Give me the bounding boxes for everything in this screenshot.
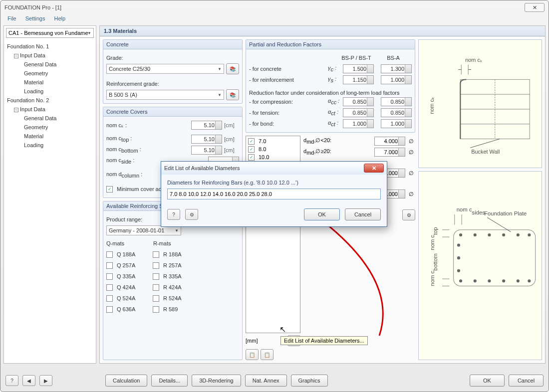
- bucket-wall-diagram: nom cₖ nom cₖ Bucket Wall: [418, 39, 542, 168]
- tooltip: Edit List of Available Diameters...: [280, 336, 368, 345]
- min-cover-checkbox[interactable]: ✓: [106, 186, 113, 193]
- svg-point-14: [528, 233, 531, 236]
- svg-point-20: [528, 279, 531, 282]
- rmat-check[interactable]: [153, 295, 159, 302]
- svg-text:nom csides: nom csides: [457, 206, 485, 215]
- rmat-check[interactable]: [153, 251, 159, 258]
- rmat-check[interactable]: [153, 273, 159, 280]
- copy-button[interactable]: 📋: [246, 349, 259, 360]
- fr-p-input[interactable]: 1.150▲▼: [343, 75, 374, 84]
- foundation-plate-diagram: nom csides Foundation Plate nom ctop nom…: [418, 171, 542, 360]
- next-button[interactable]: ▶: [39, 375, 52, 386]
- window-title: FOUNDATION Pro - [1]: [4, 4, 525, 10]
- fc-p-input[interactable]: 1.500▲▼: [343, 64, 374, 73]
- graphics-button[interactable]: Graphics: [291, 375, 328, 387]
- dia-check[interactable]: ✓: [248, 138, 255, 145]
- prev-button[interactable]: ◀: [22, 375, 35, 386]
- range-combo[interactable]: Germany - 2008-01-01: [106, 225, 181, 235]
- tree-material-2[interactable]: Material: [7, 132, 93, 141]
- rmat-check[interactable]: [153, 284, 159, 291]
- dialog-title: Edit List of Available Diameters: [164, 165, 364, 171]
- col-bsa: BS-A: [375, 55, 412, 61]
- qmat-check[interactable]: [106, 284, 113, 291]
- svg-point-21: [457, 243, 460, 246]
- factors-head: Partial and Reduction Factors: [246, 40, 415, 49]
- calculation-button[interactable]: Calculation: [105, 375, 147, 387]
- grade-library-button[interactable]: 📚: [226, 63, 239, 74]
- cmp-a-input[interactable]: 0.850▲▼: [381, 97, 412, 106]
- nat-annex-button[interactable]: Nat. Annex: [245, 375, 287, 387]
- bnd-p-input[interactable]: 1.000▲▼: [343, 119, 374, 128]
- tree-foundation-2[interactable]: Foundation No. 2: [7, 96, 93, 105]
- cbot-input[interactable]: 5.10▲▼: [191, 146, 222, 155]
- tree-input-2[interactable]: −Input Data: [7, 105, 93, 114]
- ten-a-input[interactable]: 0.850▲▼: [381, 108, 412, 117]
- act-symbol: αct :: [328, 109, 341, 116]
- cbot-label: nom cbottom :: [106, 146, 189, 154]
- tree-input-1[interactable]: −Input Data: [7, 51, 93, 60]
- tree-general-2[interactable]: General Data: [7, 114, 93, 123]
- dialog-cancel-button[interactable]: Cancel: [345, 208, 381, 220]
- settings-button[interactable]: ⚙: [402, 209, 415, 220]
- menu-settings[interactable]: Settings: [21, 14, 49, 25]
- tree-geometry-2[interactable]: Geometry: [7, 123, 93, 132]
- rendering-button[interactable]: 3D-Rendering: [192, 375, 241, 387]
- diameters-input[interactable]: [167, 189, 381, 199]
- ctop-input[interactable]: 5.10▲▼: [191, 135, 222, 144]
- cmp-p-input[interactable]: 0.850▲▼: [343, 97, 374, 106]
- svg-point-22: [457, 256, 460, 259]
- qmat-check[interactable]: [106, 295, 113, 302]
- ten-label: - for tension:: [249, 110, 326, 116]
- fr-a-input[interactable]: 1.000▲▼: [381, 75, 412, 84]
- qmat-check[interactable]: [106, 306, 113, 313]
- ten-p-input[interactable]: 0.850▲▼: [343, 108, 374, 117]
- tree-foundation-1[interactable]: Foundation No. 1: [7, 42, 93, 51]
- rmat-check[interactable]: [153, 262, 159, 269]
- details-button[interactable]: Details...: [151, 375, 188, 387]
- titlebar: FOUNDATION Pro - [1] ✕: [0, 0, 549, 14]
- paste-button[interactable]: 📋: [261, 349, 274, 360]
- bnd-a-input[interactable]: 1.000▲▼: [381, 119, 412, 128]
- svg-point-19: [517, 279, 520, 282]
- d20-input[interactable]: 4.000▲▼: [374, 137, 405, 146]
- col-bsp: BS-P / BS-T: [338, 55, 375, 61]
- menu-file[interactable]: File: [3, 14, 20, 25]
- ck-input[interactable]: 5.10▲▼: [191, 121, 222, 130]
- dialog-help-button[interactable]: ?: [167, 209, 180, 220]
- qmats-head: Q-mats: [106, 240, 151, 246]
- svg-point-23: [457, 269, 460, 272]
- tree-loading-1[interactable]: Loading: [7, 87, 93, 96]
- nav-tree[interactable]: Foundation No. 1 −Input Data General Dat…: [4, 40, 96, 363]
- qmat-check[interactable]: [106, 251, 113, 258]
- dialog-ok-button[interactable]: OK: [304, 208, 340, 220]
- help-button[interactable]: ?: [5, 375, 18, 386]
- tree-material-1[interactable]: Material: [7, 78, 93, 87]
- svg-point-11: [488, 233, 491, 236]
- reinf-library-button[interactable]: 📚: [226, 89, 239, 100]
- svg-point-16: [474, 279, 477, 282]
- dialog-settings-button[interactable]: ⚙: [185, 209, 198, 220]
- grade-combo[interactable]: Concrete C25/30: [106, 64, 224, 74]
- case-combo[interactable]: CA1 - Bemessung von Fundame: [6, 28, 94, 38]
- dia-check[interactable]: ✓: [248, 154, 255, 161]
- acc-symbol: αcc :: [328, 98, 341, 105]
- tree-geometry-1[interactable]: Geometry: [7, 69, 93, 78]
- dia-value: 10.0: [259, 154, 269, 160]
- reinf-combo[interactable]: B 500 S (A): [106, 90, 224, 100]
- concrete-head: Concrete: [103, 40, 242, 49]
- d20-label: dmd,∅<20:: [303, 137, 372, 145]
- d20g-input[interactable]: 7.000▲▼: [374, 148, 405, 157]
- qmat-check[interactable]: [106, 262, 113, 269]
- dialog-close-button[interactable]: ✕: [364, 164, 384, 173]
- cancel-button[interactable]: Cancel: [509, 375, 544, 387]
- qmat-check[interactable]: [106, 273, 113, 280]
- menu-help[interactable]: Help: [50, 14, 69, 25]
- tree-loading-2[interactable]: Loading: [7, 141, 93, 150]
- dia-check[interactable]: ✓: [248, 146, 255, 153]
- window-close-button[interactable]: ✕: [525, 3, 545, 12]
- fc-a-input[interactable]: 1.300▲▼: [381, 64, 412, 73]
- rmat-check[interactable]: [153, 306, 159, 313]
- qmat-label: Q 636A: [117, 306, 151, 312]
- tree-general-1[interactable]: General Data: [7, 60, 93, 69]
- ok-button[interactable]: OK: [470, 375, 505, 387]
